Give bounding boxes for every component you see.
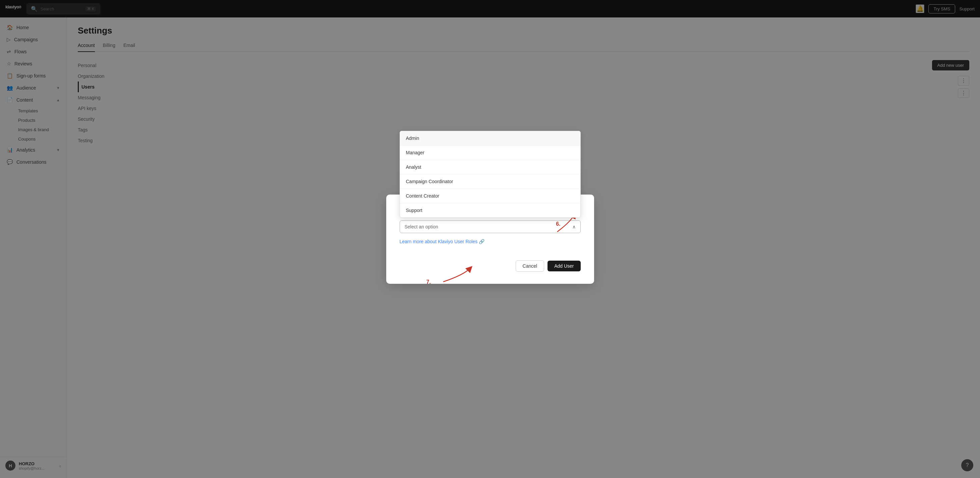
modal-actions: 7. Cancel Add User [399, 260, 581, 272]
learn-more-text: Learn more about Klaviyo User Roles [399, 239, 478, 244]
cancel-button[interactable]: Cancel [515, 260, 544, 272]
arrow-7 [440, 265, 473, 285]
modal-overlay[interactable]: Add Admin Manager Analyst Campaign Coord… [0, 0, 980, 478]
add-user-modal: Add Admin Manager Analyst Campaign Coord… [386, 194, 594, 284]
dropdown-placeholder: Select an option [405, 224, 438, 229]
option-admin[interactable]: Admin [400, 131, 581, 146]
add-user-button[interactable]: Add User [547, 261, 581, 271]
role-dropdown-menu: Admin Manager Analyst Campaign Coordinat… [399, 131, 581, 218]
annotation-7: 7. [426, 279, 431, 285]
option-content-creator[interactable]: Content Creator [400, 189, 581, 203]
option-manager[interactable]: Manager [400, 146, 581, 160]
option-campaign-coordinator[interactable]: Campaign Coordinator [400, 174, 581, 189]
learn-more-link[interactable]: Learn more about Klaviyo User Roles 🔗 [399, 239, 485, 244]
external-link-icon: 🔗 [479, 239, 484, 244]
option-support[interactable]: Support [400, 203, 581, 217]
option-analyst[interactable]: Analyst [400, 160, 581, 174]
